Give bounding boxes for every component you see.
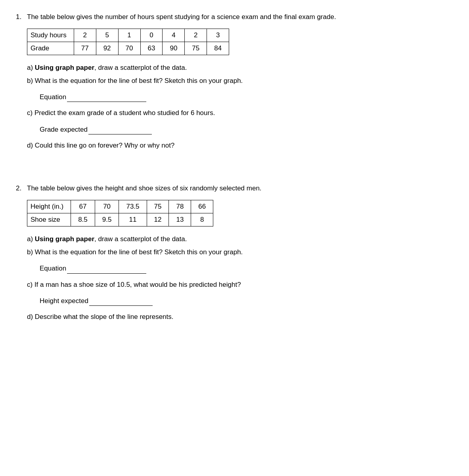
table-row: Grade 77 92 70 63 90 75 84 bbox=[27, 42, 229, 55]
question-2: 2. The table below gives the height and … bbox=[16, 183, 453, 322]
question-2-part-b: b) What is the equation for the line of … bbox=[27, 247, 453, 257]
part-c-text-1: Predict the exam grade of a student who … bbox=[34, 109, 215, 117]
question-1-part-a: a) Using graph paper, draw a scatterplot… bbox=[27, 62, 453, 73]
question-2-number: 2. bbox=[16, 183, 24, 194]
equation-line-2: Equation bbox=[40, 263, 453, 274]
question-2-part-d: d) Describe what the slope of the line r… bbox=[27, 311, 453, 322]
part-c-text-2: If a man has a shoe size of 10.5, what w… bbox=[34, 281, 241, 288]
part-d-prefix-2: d) bbox=[27, 313, 35, 321]
height-expected-label: Height expected bbox=[40, 297, 88, 305]
question-1-header: 1. The table below gives the number of h… bbox=[16, 12, 453, 22]
part-d-text-1: Could this line go on forever? Why or wh… bbox=[35, 142, 174, 149]
equation-underline-2 bbox=[67, 263, 146, 274]
table-cell: 84 bbox=[207, 42, 229, 55]
question-2-part-a: a) Using graph paper, draw a scatterplot… bbox=[27, 234, 453, 244]
part-b-prefix-2: b) bbox=[27, 248, 35, 256]
table-cell: 66 bbox=[191, 200, 213, 213]
part-c-prefix-2: c) bbox=[27, 281, 34, 288]
part-a-bold-2: Using graph paper bbox=[35, 235, 94, 243]
part-c-prefix-1: c) bbox=[27, 109, 34, 117]
table-row: Height (in.) 67 70 73.5 75 78 66 bbox=[27, 200, 213, 213]
table-cell: 0 bbox=[140, 29, 163, 42]
table-cell: 92 bbox=[96, 42, 118, 55]
question-2-text: The table below gives the height and sho… bbox=[27, 183, 262, 194]
part-b-text-2: What is the equation for the line of bes… bbox=[35, 248, 243, 256]
question-2-table: Height (in.) 67 70 73.5 75 78 66 Shoe si… bbox=[27, 200, 213, 226]
table-cell: 78 bbox=[169, 200, 191, 213]
part-a-bold: Using graph paper bbox=[35, 64, 94, 71]
table-row-1-label: Study hours bbox=[27, 29, 74, 42]
equation-label-1: Equation bbox=[40, 93, 66, 101]
table-cell: 2 bbox=[185, 29, 207, 42]
equation-line-1: Equation bbox=[40, 92, 453, 102]
table-cell: 75 bbox=[147, 200, 169, 213]
question-2-header: 2. The table below gives the height and … bbox=[16, 183, 453, 194]
grade-expected-line: Grade expected bbox=[40, 124, 453, 135]
table-cell: 70 bbox=[118, 42, 140, 55]
equation-underline-1 bbox=[67, 92, 146, 102]
question-1-part-c: c) Predict the exam grade of a student w… bbox=[27, 107, 453, 118]
table-cell: 3 bbox=[207, 29, 229, 42]
part-d-text-2: Describe what the slope of the line repr… bbox=[35, 313, 174, 321]
part-b-text: What is the equation for the line of bes… bbox=[35, 77, 243, 84]
table-cell: 1 bbox=[118, 29, 140, 42]
part-a-prefix-2: a) bbox=[27, 235, 35, 243]
part-a-text-2: , draw a scatterplot of the data. bbox=[94, 235, 187, 243]
table-cell: 2 bbox=[74, 29, 96, 42]
grade-expected-underline bbox=[88, 124, 152, 135]
height-expected-underline bbox=[89, 296, 153, 306]
table-row: Shoe size 8.5 9.5 11 12 13 8 bbox=[27, 213, 213, 226]
table-cell: 8 bbox=[191, 213, 213, 226]
table-cell: 12 bbox=[147, 213, 169, 226]
table-row-2-label: Shoe size bbox=[27, 213, 71, 226]
table-cell: 63 bbox=[140, 42, 163, 55]
table-cell: 77 bbox=[74, 42, 96, 55]
table-cell: 5 bbox=[96, 29, 118, 42]
table-cell: 73.5 bbox=[119, 200, 147, 213]
table-cell: 4 bbox=[163, 29, 185, 42]
grade-expected-label: Grade expected bbox=[40, 126, 88, 133]
table-cell: 70 bbox=[95, 200, 119, 213]
table-row-1-label: Height (in.) bbox=[27, 200, 71, 213]
question-1-part-b: b) What is the equation for the line of … bbox=[27, 75, 453, 86]
part-d-prefix-1: d) bbox=[27, 142, 35, 149]
question-1-table: Study hours 2 5 1 0 4 2 3 Grade 77 92 70… bbox=[27, 29, 229, 55]
table-cell: 11 bbox=[119, 213, 147, 226]
table-cell: 9.5 bbox=[95, 213, 119, 226]
table-cell: 67 bbox=[71, 200, 95, 213]
question-1: 1. The table below gives the number of h… bbox=[16, 12, 453, 169]
table-row-2-label: Grade bbox=[27, 42, 74, 55]
table-cell: 90 bbox=[163, 42, 185, 55]
table-cell: 75 bbox=[185, 42, 207, 55]
question-2-parts: a) Using graph paper, draw a scatterplot… bbox=[27, 234, 453, 257]
table-cell: 8.5 bbox=[71, 213, 95, 226]
question-1-parts: a) Using graph paper, draw a scatterplot… bbox=[27, 62, 453, 86]
height-expected-line: Height expected bbox=[40, 296, 453, 306]
question-1-number: 1. bbox=[16, 12, 24, 22]
question-1-part-d: d) Could this line go on forever? Why or… bbox=[27, 140, 453, 151]
part-a-text: , draw a scatterplot of the data. bbox=[94, 64, 187, 71]
question-1-text: The table below gives the number of hour… bbox=[27, 12, 336, 22]
table-cell: 13 bbox=[169, 213, 191, 226]
equation-label-2: Equation bbox=[40, 265, 66, 272]
part-b-prefix: b) bbox=[27, 77, 35, 84]
question-2-part-c: c) If a man has a shoe size of 10.5, wha… bbox=[27, 279, 453, 290]
part-a-prefix: a) bbox=[27, 64, 35, 71]
table-row: Study hours 2 5 1 0 4 2 3 bbox=[27, 29, 229, 42]
